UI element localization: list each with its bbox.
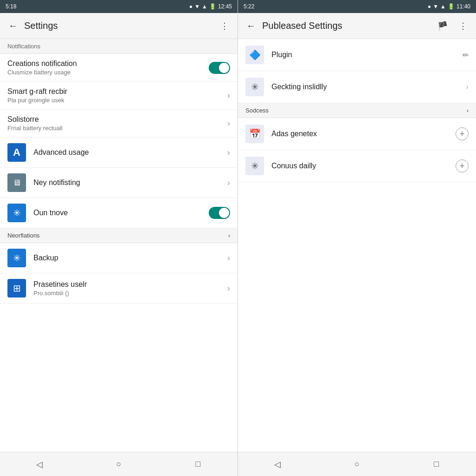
left-battery-icon: 🔋 <box>209 3 216 10</box>
left-nav-recent[interactable]: □ <box>186 455 210 474</box>
left-item-creations-notification[interactable]: Creations notification Clusmize battery … <box>0 54 238 82</box>
left-smart-graft-arrow: › <box>227 91 230 100</box>
left-status-time: 5:18 <box>6 3 16 10</box>
left-backup-icon: ✳ <box>7 249 26 267</box>
left-solistorre-text: Solistorre Frnal battery rectuall <box>7 115 227 132</box>
left-solistorre-arrow: › <box>227 119 230 128</box>
left-nav-bar: ◁ ○ □ <box>0 452 238 476</box>
left-creations-toggle-knob <box>219 63 229 73</box>
right-conuus-title: Conuus dailly <box>271 162 456 170</box>
left-settings-content: Notifications Creations notification Clu… <box>0 39 238 452</box>
right-more-button[interactable]: ⋮ <box>454 17 472 35</box>
right-nav-bar: ◁ ○ □ <box>238 452 476 476</box>
left-advanced-text: Advanced usage <box>33 148 227 157</box>
right-app-bar: ← Publeased Settings 🏴 ⋮ <box>238 13 476 39</box>
right-item-geckting[interactable]: ✳ Geckting inslidlly › <box>238 71 476 103</box>
right-conuus-text: Conuus dailly <box>271 162 456 170</box>
left-item-ney-notifisting[interactable]: 🖥 Ney notifisting › <box>0 168 238 198</box>
left-prasetines-subtitle: Pro.sombiii () <box>33 290 227 297</box>
left-prasetines-text: Prasetines uselr Pro.sombiii () <box>33 280 227 297</box>
right-plugin-pencil: ✏ <box>463 51 469 60</box>
left-section-notifications: Notifications <box>0 39 238 54</box>
left-backup-title: Backup <box>33 254 227 262</box>
left-app-title: Settings <box>22 20 215 31</box>
right-geckting-arrow: › <box>466 83 469 91</box>
left-advanced-icon: A <box>7 143 26 162</box>
left-back-button[interactable]: ← <box>4 17 22 35</box>
left-solistorre-subtitle: Frnal battery rectuall <box>7 125 227 132</box>
right-geckting-icon: ✳ <box>245 78 264 96</box>
left-item-solistorre[interactable]: Solistorre Frnal battery rectuall › <box>0 110 238 138</box>
right-app-actions: 🏴 ⋮ <box>433 17 472 35</box>
right-flag-button[interactable]: 🏴 <box>433 17 452 35</box>
left-oun-icon: ✳ <box>7 204 26 222</box>
left-signal-icon: ▲ <box>202 3 207 10</box>
right-item-conuus[interactable]: ✳ Conuus dailly + <box>238 150 476 182</box>
left-smart-graft-title: Smart g-raft recbir <box>7 87 227 96</box>
left-status-dot: ● <box>189 3 192 10</box>
left-app-bar: ← Settings ⋮ <box>0 13 238 39</box>
left-creations-toggle[interactable] <box>209 62 230 74</box>
right-nav-home[interactable]: ○ <box>345 455 369 474</box>
left-solistorre-title: Solistorre <box>7 115 227 124</box>
right-geckting-title: Geckting inslidlly <box>271 83 466 91</box>
left-nav-back[interactable]: ◁ <box>28 455 51 474</box>
left-more-button[interactable]: ⋮ <box>215 17 234 35</box>
left-smart-graft-text: Smart g-raft recbir Pla pur groingle use… <box>7 87 227 104</box>
left-backup-arrow: › <box>227 253 230 263</box>
left-section-neorflations[interactable]: Neorflations › <box>0 228 238 243</box>
right-back-button[interactable]: ← <box>242 17 260 35</box>
right-status-bar: 5:22 ● ▼ ▲ 🔋 11:40 <box>238 0 476 13</box>
left-oun-title: Oun tnove <box>33 209 209 217</box>
left-item-prasetines[interactable]: ⊞ Prasetines uselr Pro.sombiii () › <box>0 273 238 304</box>
right-adas-text: Adas genetex <box>271 130 456 138</box>
left-nav-home[interactable]: ○ <box>107 455 130 474</box>
right-adas-plus[interactable]: + <box>456 127 469 140</box>
left-clock: 12:45 <box>218 3 232 10</box>
right-nav-recent[interactable]: □ <box>425 455 448 474</box>
left-advanced-title: Advanced usage <box>33 148 227 157</box>
right-app-title: Publeased Settings <box>260 20 433 31</box>
pencil-icon: ✏ <box>463 51 469 60</box>
right-adas-title: Adas genetex <box>271 130 456 138</box>
sodcess-arrow: › <box>467 107 469 114</box>
left-item-advanced-usage[interactable]: A Advanced usage › <box>0 138 238 168</box>
right-status-icons: ● ▼ ▲ 🔋 11:40 <box>428 3 470 10</box>
right-item-plugin[interactable]: 🔷 Plugin ✏ <box>238 39 476 71</box>
left-ney-title: Ney notifisting <box>33 178 227 187</box>
left-creations-subtitle: Clusmize battery usage <box>7 69 209 76</box>
right-plugin-icon: 🔷 <box>245 46 264 64</box>
left-prasetines-arrow: › <box>227 284 230 293</box>
right-settings-content: 🔷 Plugin ✏ ✳ Geckting inslidlly › Sodces… <box>238 39 476 452</box>
left-creations-title: Creations notification <box>7 60 209 68</box>
right-section-sodcess[interactable]: Sodcess › <box>238 103 476 118</box>
left-backup-text: Backup <box>33 254 227 262</box>
right-clock: 11:40 <box>456 3 470 10</box>
right-wifi-icon: ▼ <box>433 3 438 10</box>
right-phone-panel: 5:22 ● ▼ ▲ 🔋 11:40 ← Publeased Settings … <box>238 0 476 476</box>
left-item-backup[interactable]: ✳ Backup › <box>0 243 238 273</box>
left-item-smart-graft[interactable]: Smart g-raft recbir Pla pur groingle use… <box>0 82 238 110</box>
right-status-time: 5:22 <box>244 3 254 10</box>
left-oun-toggle-knob <box>219 208 229 218</box>
left-ney-text: Ney notifisting <box>33 178 227 187</box>
left-wifi-icon: ▼ <box>194 3 200 10</box>
left-ney-icon: 🖥 <box>7 173 26 192</box>
left-oun-toggle[interactable] <box>209 207 230 219</box>
left-phone-panel: 5:18 ● ▼ ▲ 🔋 12:45 ← Settings ⋮ Notifica… <box>0 0 238 476</box>
right-item-adas[interactable]: 📅 Adas genetex + <box>238 118 476 150</box>
left-prasetines-icon: ⊞ <box>7 279 26 298</box>
right-geckting-text: Geckting inslidlly <box>271 83 466 91</box>
right-signal-icon: ▲ <box>440 3 446 10</box>
right-nav-back[interactable]: ◁ <box>266 455 289 474</box>
right-plugin-title: Plugin <box>271 51 463 59</box>
left-item-creations-text: Creations notification Clusmize battery … <box>7 60 209 76</box>
left-prasetines-title: Prasetines uselr <box>33 280 227 289</box>
left-item-oun-tnove[interactable]: ✳ Oun tnove <box>0 198 238 228</box>
left-oun-text: Oun tnove <box>33 209 209 217</box>
right-conuus-icon: ✳ <box>245 157 264 175</box>
left-status-bar: 5:18 ● ▼ ▲ 🔋 12:45 <box>0 0 238 13</box>
neorflations-arrow: › <box>228 232 230 239</box>
right-battery-icon: 🔋 <box>448 3 455 10</box>
right-conuus-plus[interactable]: + <box>456 159 469 172</box>
